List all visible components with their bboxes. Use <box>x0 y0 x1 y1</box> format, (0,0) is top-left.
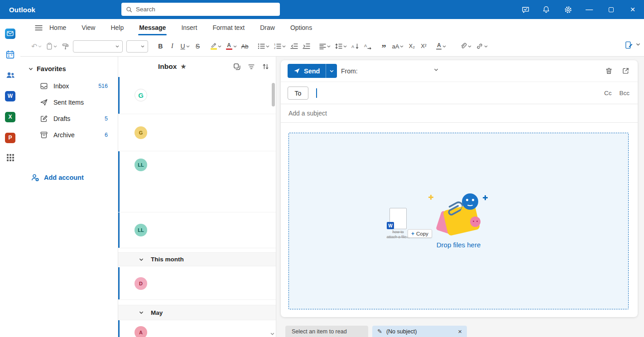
styles-button[interactable]: A <box>434 39 448 53</box>
from-chevron-icon[interactable] <box>434 68 438 71</box>
italic-button[interactable]: I <box>167 39 178 53</box>
highlight-color-bar <box>211 48 217 50</box>
chevron-down-icon <box>400 45 404 48</box>
line-spacing-button[interactable] <box>333 39 349 53</box>
strikethrough-button[interactable]: S <box>192 39 203 53</box>
editor-button[interactable] <box>625 41 633 49</box>
sender-avatar[interactable]: LL <box>135 224 147 236</box>
search-box[interactable] <box>121 3 280 16</box>
email-list-item[interactable]: LL <box>118 212 276 248</box>
filter-icon[interactable] <box>248 63 255 70</box>
send-split-button[interactable]: Send <box>288 64 337 78</box>
font-color-button[interactable]: A <box>224 39 239 53</box>
chevron-down-icon <box>282 45 286 48</box>
sent-icon <box>40 98 48 106</box>
open-in-new-window-icon[interactable] <box>622 67 630 75</box>
feedback-icon[interactable] <box>516 0 534 19</box>
sender-avatar[interactable]: D <box>135 277 147 290</box>
word-app-icon[interactable]: W <box>0 86 20 106</box>
settings-gear-icon[interactable] <box>559 0 577 19</box>
undo-button[interactable]: ↶ <box>29 39 43 53</box>
insert-link-button[interactable] <box>474 39 490 53</box>
tab-insert[interactable]: Insert <box>180 19 198 36</box>
sender-avatar[interactable]: G <box>135 89 147 101</box>
font-size-select[interactable] <box>126 40 148 53</box>
chevron-down-icon <box>139 258 144 261</box>
search-input[interactable] <box>136 6 275 13</box>
text-direction-button[interactable]: A <box>362 39 373 53</box>
maximize-button[interactable] <box>601 0 621 19</box>
subscript-button[interactable]: X₂ <box>406 39 417 53</box>
to-button[interactable]: To <box>288 87 308 100</box>
add-account-button[interactable]: Add account <box>20 169 118 186</box>
favorites-header[interactable]: Favorites <box>29 63 66 75</box>
bold-button[interactable]: B <box>155 39 166 53</box>
superscript-button[interactable]: X² <box>418 39 429 53</box>
hamburger-menu-icon[interactable] <box>30 19 47 36</box>
list-section-may[interactable]: May <box>118 305 276 320</box>
discard-trash-icon[interactable] <box>605 67 613 75</box>
people-app-icon[interactable] <box>0 65 20 85</box>
tab-format-text[interactable]: Format text <box>211 19 245 36</box>
select-messages-icon[interactable] <box>233 63 241 71</box>
calendar-app-icon[interactable] <box>0 44 20 64</box>
powerpoint-app-icon[interactable]: P <box>0 128 20 148</box>
tab-message[interactable]: Message <box>138 19 167 36</box>
underline-button[interactable]: U <box>178 39 191 53</box>
font-name-select[interactable] <box>73 40 123 53</box>
scrollbar-down-arrow[interactable] <box>270 332 274 335</box>
bcc-button[interactable]: Bcc <box>619 90 630 96</box>
email-list-item[interactable]: A <box>118 320 276 337</box>
notifications-bell-icon[interactable] <box>537 0 555 19</box>
blockquote-button[interactable]: ” <box>379 39 389 53</box>
minimize-button[interactable]: — <box>579 0 600 19</box>
text-align-button[interactable] <box>317 39 332 53</box>
close-button[interactable]: × <box>622 0 643 19</box>
to-input[interactable] <box>320 87 583 100</box>
numbered-list-button[interactable]: 12 <box>272 39 288 53</box>
sidebar-item-inbox[interactable]: Inbox 516 <box>20 78 118 94</box>
decrease-indent-button[interactable] <box>288 39 300 53</box>
send-button[interactable]: Send <box>288 64 326 78</box>
tab-options[interactable]: Options <box>289 19 313 36</box>
highlight-color-button[interactable] <box>209 39 223 53</box>
outlook-app-icon[interactable] <box>0 24 20 43</box>
tab-home[interactable]: Home <box>48 19 67 36</box>
change-case-button[interactable]: aA <box>390 39 406 53</box>
tab-view[interactable]: View <box>81 19 96 36</box>
paste-button[interactable] <box>44 39 59 53</box>
sidebar-item-archive[interactable]: Archive 6 <box>20 127 118 143</box>
sender-avatar[interactable]: LL <box>135 159 147 171</box>
attach-file-button[interactable] <box>458 39 473 53</box>
sidebar-item-sent-items[interactable]: Sent Items <box>20 94 118 111</box>
clear-formatting-button[interactable]: Ab <box>240 39 250 53</box>
email-list-item[interactable]: G <box>118 114 276 151</box>
close-draft-icon[interactable]: × <box>458 328 462 335</box>
sidebar-item-drafts[interactable]: Drafts 5 <box>20 111 118 127</box>
bullet-list-button[interactable] <box>256 39 271 53</box>
excel-app-icon[interactable]: X <box>0 107 20 127</box>
sort-button[interactable]: A <box>350 39 361 53</box>
attachment-dropzone[interactable]: W how to attach a file... + Copy Drop fi… <box>288 133 629 309</box>
email-list-item[interactable]: LL <box>118 151 276 212</box>
favorite-star-icon[interactable]: ★ <box>180 63 186 71</box>
more-apps-grid-icon[interactable] <box>0 148 20 168</box>
sender-avatar[interactable]: G <box>135 126 147 139</box>
tab-draw[interactable]: Draw <box>259 19 276 36</box>
send-options-chevron[interactable] <box>326 64 337 78</box>
draft-tab[interactable]: ✎ (No subject) × <box>372 326 467 337</box>
email-list-item[interactable]: D <box>118 267 276 300</box>
from-dropdown[interactable]: From: <box>341 64 358 78</box>
scrollbar-thumb[interactable] <box>272 83 275 106</box>
tab-help[interactable]: Help <box>110 19 125 36</box>
email-list-item[interactable]: G <box>118 77 276 114</box>
list-section-this-month[interactable]: This month <box>118 252 276 266</box>
subject-field[interactable]: Add a subject <box>281 104 638 123</box>
outlook-window: Outlook — × <box>0 0 644 337</box>
sort-icon[interactable] <box>262 63 269 70</box>
ribbon-collapse-chevron[interactable] <box>636 43 640 46</box>
format-painter-button[interactable] <box>60 39 71 53</box>
cc-button[interactable]: Cc <box>604 90 612 96</box>
sender-avatar[interactable]: A <box>135 326 147 337</box>
increase-indent-button[interactable] <box>301 39 312 53</box>
